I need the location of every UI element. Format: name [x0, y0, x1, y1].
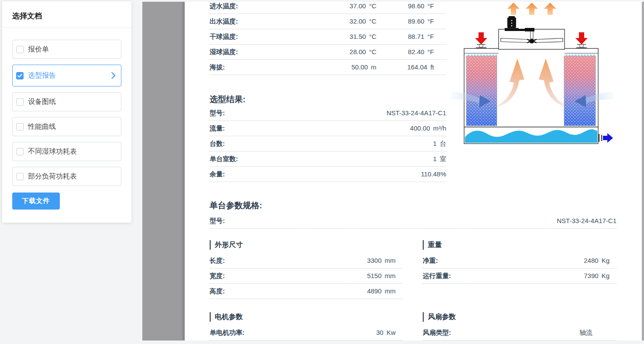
table-row: 单台室数: 1室	[210, 151, 446, 167]
table-row: 型号: NST-33-24-4A17-C1	[210, 213, 616, 229]
subsection-title: 重量	[423, 240, 616, 250]
doc-item-label: 设备图纸	[28, 97, 56, 107]
section-title: 选型结果:	[210, 94, 446, 105]
table-row: 净重: 2480Kg	[423, 253, 616, 268]
checkbox[interactable]	[16, 123, 24, 131]
checkbox[interactable]	[16, 148, 24, 155]
table-row: 台数: 1台	[210, 136, 446, 151]
row-label: 高度:	[210, 287, 367, 296]
motor-subsection: 电机参数 单电机功率: 30Kw	[210, 312, 403, 341]
table-row: 出水温度: 32.00°C 89.60°F	[210, 14, 446, 29]
selection-result-section: 选型结果: 型号: NST-33-24-4A17-C1 流量: 400.00m³…	[210, 94, 446, 182]
doc-item-label: 不同湿球功耗表	[28, 147, 77, 156]
row-label: 净重:	[423, 256, 584, 265]
row-label: 台数:	[210, 139, 433, 148]
row-label: 进水温度:	[210, 2, 311, 10]
report-page: 进水温度: 37.00°C 98.60°F 出水温度: 32.00°C 89.6…	[185, 2, 642, 341]
table-row: 湿球温度: 28.00°C 82.40°F	[210, 45, 446, 60]
vertical-scrollbar[interactable]	[642, 2, 644, 341]
table-row: 单电机功率: 30Kw	[210, 325, 403, 341]
document-select-panel: 选择文档 报价单 选型报告 设备图纸 性能曲线 不同湿球功耗表 部分负荷功耗表	[2, 1, 131, 223]
weight-subsection: 重量 净重: 2480Kg 运行重量: 7390Kg	[423, 240, 616, 284]
doc-item-partload-power-table[interactable]: 部分负荷功耗表	[12, 167, 121, 186]
table-row: 运行重量: 7390Kg	[423, 268, 616, 284]
doc-item-label: 报价单	[28, 45, 49, 54]
row-label: 长度:	[210, 256, 367, 265]
row-label: 余量:	[210, 170, 421, 179]
row-label: 型号:	[210, 217, 557, 225]
doc-item-equipment-drawing[interactable]: 设备图纸	[12, 92, 121, 111]
table-row: 长度: 3300mm	[210, 253, 403, 268]
row-label: 流量:	[210, 124, 410, 133]
panel-title: 选择文档	[12, 11, 121, 21]
row-label: 风扇类型:	[423, 328, 579, 337]
subsection-title: 电机参数	[210, 312, 403, 322]
table-row: 进水温度: 37.00°C 98.60°F	[210, 2, 446, 14]
row-label: 出水温度:	[210, 17, 311, 26]
chevron-right-icon	[111, 72, 116, 79]
document-list: 报价单 选型报告 设备图纸 性能曲线 不同湿球功耗表 部分负荷功耗表	[2, 28, 131, 186]
doc-item-label: 选型报告	[28, 71, 56, 80]
checkbox[interactable]	[16, 173, 24, 180]
checkbox[interactable]	[16, 98, 24, 106]
subsection-title: 外形尺寸	[210, 240, 403, 250]
row-label: 单台室数:	[210, 155, 433, 163]
row-label: 海拔:	[210, 63, 311, 72]
fan-subsection: 风扇参数 风扇类型: 轴流	[423, 312, 616, 341]
section-title: 单台参数规格:	[210, 200, 616, 211]
doc-item-label: 性能曲线	[28, 122, 56, 131]
row-label: 湿球温度:	[210, 48, 311, 56]
table-row: 高度: 4890mm	[210, 284, 403, 299]
table-row: 海拔: 50.00m 164.04ft	[210, 60, 446, 75]
table-row: 型号: NST-33-24-4A17-C1	[210, 106, 446, 121]
report-viewer: 进水温度: 37.00°C 98.60°F 出水温度: 32.00°C 89.6…	[142, 2, 644, 341]
row-label: 干球温度:	[210, 32, 311, 41]
dimensions-subsection: 外形尺寸 长度: 3300mm 宽度: 5150mm 高度: 4890mm	[210, 240, 403, 299]
table-row: 宽度: 5150mm	[210, 268, 403, 284]
download-file-button[interactable]: 下载文件	[12, 193, 60, 210]
design-conditions-table: 进水温度: 37.00°C 98.60°F 出水温度: 32.00°C 89.6…	[210, 2, 446, 75]
doc-item-wetbulb-power-table[interactable]: 不同湿球功耗表	[12, 142, 121, 161]
doc-item-quotation[interactable]: 报价单	[12, 40, 121, 59]
table-row: 风扇类型: 轴流	[423, 325, 616, 341]
doc-item-performance-curve[interactable]: 性能曲线	[12, 117, 121, 136]
doc-item-label: 部分负荷功耗表	[28, 172, 77, 181]
table-row: 余量: 110.48%	[210, 167, 446, 182]
checkbox[interactable]	[16, 46, 24, 53]
row-label: 运行重量:	[423, 272, 584, 280]
row-label: 型号:	[210, 109, 386, 117]
checkbox-checked[interactable]	[16, 72, 24, 79]
row-label: 宽度:	[210, 272, 367, 280]
doc-item-selection-report[interactable]: 选型报告	[12, 65, 121, 86]
cooling-tower-diagram	[452, 2, 613, 147]
table-row: 流量: 400.00m³/h	[210, 121, 446, 136]
table-row: 干球温度: 31.50°C 88.71°F	[210, 29, 446, 45]
row-label: 单电机功率:	[210, 328, 376, 337]
unit-specs-section: 单台参数规格: 型号: NST-33-24-4A17-C1 外形尺寸 长度: 3…	[210, 200, 616, 341]
subsection-title: 风扇参数	[423, 312, 616, 322]
